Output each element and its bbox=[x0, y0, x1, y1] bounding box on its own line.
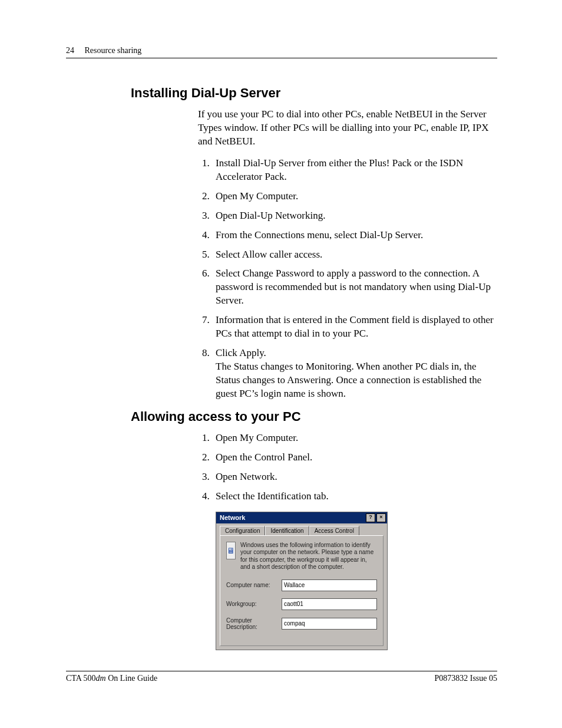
section2-body: Open My Computer. Open the Control Panel… bbox=[198, 431, 497, 503]
step: Install Dial-Up Server from either the P… bbox=[212, 157, 497, 184]
header-section: Resource sharing bbox=[85, 46, 142, 55]
info-row: 🖥 Windows uses the following information… bbox=[226, 542, 377, 571]
computer-icon: 🖥 bbox=[226, 542, 236, 559]
dialog-panel: 🖥 Windows uses the following information… bbox=[220, 535, 384, 646]
step: Select Allow caller access. bbox=[212, 248, 497, 262]
footer-left-suffix: On Line Guide bbox=[106, 674, 157, 683]
section1-steps: Install Dial-Up Server from either the P… bbox=[198, 157, 497, 401]
label-computer-name: Computer name: bbox=[226, 582, 278, 588]
step-subtext: The Status changes to Monitoring. When a… bbox=[216, 360, 497, 401]
help-icon[interactable]: ? bbox=[366, 513, 375, 522]
network-dialog: Network ? × Configuration Identification… bbox=[216, 512, 388, 650]
tab-configuration[interactable]: Configuration bbox=[220, 526, 265, 535]
dialog-titlebar: Network ? × bbox=[216, 512, 387, 523]
tab-access-control[interactable]: Access Control bbox=[309, 526, 359, 535]
dialog-title: Network bbox=[220, 514, 245, 521]
network-dialog-screenshot: Network ? × Configuration Identification… bbox=[216, 512, 497, 650]
step: Information that is entered in the Comme… bbox=[212, 314, 497, 341]
section1-body: If you use your PC to dial into other PC… bbox=[198, 108, 497, 401]
step: Open My Computer. bbox=[212, 190, 497, 203]
heading-installing: Installing Dial-Up Server bbox=[66, 85, 497, 101]
dialog-tabs: Configuration Identification Access Cont… bbox=[216, 523, 387, 535]
running-header: 24 Resource sharing bbox=[66, 46, 497, 58]
footer-right: P0873832 Issue 05 bbox=[434, 674, 497, 683]
page-footer: CTA 500dm On Line Guide P0873832 Issue 0… bbox=[66, 671, 497, 683]
section2-steps: Open My Computer. Open the Control Panel… bbox=[198, 431, 497, 503]
page-number: 24 bbox=[66, 46, 74, 55]
workgroup-field[interactable] bbox=[282, 598, 377, 610]
step: Open Network. bbox=[212, 470, 497, 484]
page: 24 Resource sharing Installing Dial-Up S… bbox=[0, 0, 562, 650]
computer-description-field[interactable] bbox=[282, 618, 377, 630]
footer-left: CTA 500dm On Line Guide bbox=[66, 674, 157, 683]
step: Select the Identification tab. bbox=[212, 490, 497, 503]
step: Open the Control Panel. bbox=[212, 451, 497, 465]
footer-left-italic: dm bbox=[96, 674, 106, 683]
info-text: Windows uses the following information t… bbox=[240, 542, 377, 571]
row-computer-name: Computer name: bbox=[226, 579, 377, 591]
heading-allowing-access: Allowing access to your PC bbox=[66, 409, 497, 424]
step: Click Apply. The Status changes to Monit… bbox=[212, 347, 497, 401]
close-icon[interactable]: × bbox=[376, 513, 386, 522]
row-workgroup: Workgroup: bbox=[226, 598, 377, 610]
step: Open My Computer. bbox=[212, 431, 497, 445]
step: Select Change Password to apply a passwo… bbox=[212, 267, 497, 308]
footer-left-prefix: CTA 500 bbox=[66, 674, 96, 683]
step-text: Click Apply. bbox=[216, 347, 266, 358]
label-workgroup: Workgroup: bbox=[226, 601, 278, 607]
section1-intro: If you use your PC to dial into other PC… bbox=[198, 108, 497, 149]
label-computer-description: Computer Description: bbox=[226, 617, 278, 630]
tab-identification[interactable]: Identification bbox=[265, 526, 309, 535]
step: Open Dial-Up Networking. bbox=[212, 209, 497, 223]
step: From the Connections menu, select Dial-U… bbox=[212, 229, 497, 242]
row-computer-description: Computer Description: bbox=[226, 617, 377, 630]
computer-name-field[interactable] bbox=[282, 579, 377, 591]
